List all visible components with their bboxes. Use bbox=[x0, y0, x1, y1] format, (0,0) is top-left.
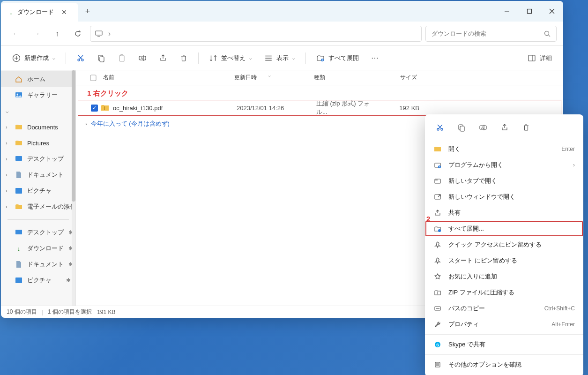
chevron-right-icon: › bbox=[573, 162, 575, 168]
file-checkbox[interactable]: ✓ bbox=[88, 105, 101, 112]
column-name[interactable]: 名前 bbox=[98, 74, 230, 82]
context-pin-start[interactable]: スタート にピン留めする bbox=[425, 253, 583, 269]
sidebar-item-email[interactable]: › 電子メールの添付 bbox=[1, 199, 75, 215]
tab-icon bbox=[433, 177, 442, 185]
new-tab-button[interactable]: + bbox=[78, 1, 97, 22]
cut-button[interactable] bbox=[434, 122, 446, 133]
column-type[interactable]: 種類 bbox=[309, 74, 380, 82]
sidebar-qa-download[interactable]: ↓ ダウンロード ✱ bbox=[1, 240, 75, 256]
copy-button[interactable] bbox=[92, 50, 110, 67]
sidebar-qa-desktop[interactable]: デスクトップ ✱ bbox=[1, 225, 75, 240]
sidebar-item-gallery[interactable]: ギャラリー bbox=[1, 87, 75, 103]
checkbox-column[interactable] bbox=[85, 75, 98, 81]
zip-folder-icon bbox=[101, 104, 110, 112]
context-more-options[interactable]: その他のオプションを確認 bbox=[425, 357, 583, 373]
sidebar-qa-picture[interactable]: ピクチャ ✱ bbox=[1, 272, 75, 288]
skype-icon: S bbox=[433, 340, 442, 349]
sidebar: ホーム ギャラリー ⌵ › Documents › Pictures › bbox=[1, 70, 76, 306]
rename-button[interactable]: A bbox=[134, 50, 151, 67]
refresh-button[interactable] bbox=[69, 25, 86, 42]
rename-button[interactable]: A bbox=[477, 122, 489, 133]
annotation-1: 1 右クリック bbox=[76, 85, 563, 100]
chevron-down-icon: ⌵ bbox=[249, 55, 252, 60]
close-tab-icon[interactable]: ✕ bbox=[59, 8, 70, 17]
context-share[interactable]: 共有 bbox=[425, 205, 583, 221]
delete-button[interactable] bbox=[175, 50, 193, 67]
share-button[interactable] bbox=[154, 50, 172, 67]
context-skype[interactable]: S Skype で共有 bbox=[425, 337, 583, 352]
context-favorite[interactable]: お気に入りに追加 bbox=[425, 269, 583, 285]
context-menu: A 開く Enter プログラムから開く › 新しいタブで開く 新しいウィンドウ… bbox=[425, 114, 583, 375]
sidebar-item-pictures[interactable]: › Pictures bbox=[1, 135, 75, 151]
chevron-right-icon: › bbox=[108, 30, 111, 38]
context-pin-quick[interactable]: クイック アクセスにピン留めする bbox=[425, 237, 583, 253]
status-item-count: 10 個の項目 bbox=[7, 308, 37, 316]
sort-indicator-icon: ⌵ bbox=[268, 73, 271, 78]
sidebar-item-documents[interactable]: › Documents bbox=[1, 119, 75, 135]
context-properties[interactable]: プロパティ Alt+Enter bbox=[425, 316, 583, 332]
svg-line-7 bbox=[549, 35, 551, 37]
pin-icon bbox=[433, 240, 442, 249]
column-size[interactable]: サイズ bbox=[380, 74, 422, 82]
forward-button[interactable]: → bbox=[28, 25, 45, 42]
file-name: oc_hiraki_t130.pdf bbox=[113, 105, 232, 112]
context-open[interactable]: 開く Enter bbox=[425, 141, 583, 157]
star-icon bbox=[433, 272, 442, 281]
document-icon bbox=[15, 171, 22, 179]
copy-icon bbox=[97, 54, 105, 62]
navigation-bar: ← → ↑ › ダウンロードの検索 bbox=[1, 22, 563, 46]
back-button[interactable]: ← bbox=[7, 25, 24, 42]
chevron-down-icon: ⌵ bbox=[52, 55, 55, 60]
zip-icon bbox=[433, 288, 442, 297]
sidebar-item-document-jp[interactable]: › ドキュメント bbox=[1, 167, 75, 183]
pin-icon: ✱ bbox=[66, 277, 71, 284]
folder-icon bbox=[15, 123, 22, 131]
browser-tab[interactable]: ↓ ダウンロード ✕ bbox=[1, 3, 78, 22]
sidebar-item-picture-jp[interactable]: › ピクチャ bbox=[1, 183, 75, 199]
svg-rect-1 bbox=[528, 9, 532, 14]
more-button[interactable]: ⋯ bbox=[366, 50, 383, 67]
sidebar-item-desktop[interactable]: › デスクトップ bbox=[1, 151, 75, 167]
sidebar-scrollbar[interactable] bbox=[72, 70, 75, 306]
context-open-window[interactable]: 新しいウィンドウで開く bbox=[425, 189, 583, 205]
extract-all-button[interactable]: すべて展開 bbox=[312, 50, 364, 67]
svg-point-29 bbox=[17, 94, 18, 95]
search-input[interactable]: ダウンロードの検索 bbox=[425, 26, 557, 42]
paste-button[interactable] bbox=[113, 50, 131, 67]
view-button[interactable]: 表示 ⌵ bbox=[260, 50, 300, 67]
open-with-icon bbox=[433, 161, 442, 169]
cut-button[interactable] bbox=[72, 50, 89, 67]
chevron-down-icon: ⌵ bbox=[6, 108, 9, 114]
context-copy-path[interactable]: パスのコピー Ctrl+Shift+C bbox=[425, 300, 583, 316]
details-pane-button[interactable]: 詳細 bbox=[523, 50, 557, 67]
file-type: 圧縮 (zip 形式) フォル... bbox=[312, 99, 382, 116]
context-compress[interactable]: ZIP ファイルに圧縮する bbox=[425, 285, 583, 300]
new-button[interactable]: 新規作成 ⌵ bbox=[7, 50, 60, 67]
svg-rect-48 bbox=[435, 179, 438, 180]
address-bar[interactable]: › bbox=[90, 26, 422, 42]
share-button[interactable] bbox=[499, 122, 510, 133]
chevron-down-icon: ⌵ bbox=[292, 55, 295, 60]
sort-button[interactable]: 並べ替え ⌵ bbox=[204, 50, 257, 67]
context-extract-all[interactable]: すべて展開... bbox=[425, 221, 583, 237]
context-open-with[interactable]: プログラムから開く › bbox=[425, 157, 583, 173]
sidebar-qa-document[interactable]: ドキュメント ✱ bbox=[1, 256, 75, 272]
picture-icon bbox=[15, 187, 22, 195]
close-window-button[interactable] bbox=[541, 1, 563, 22]
context-open-tab[interactable]: 新しいタブで開く bbox=[425, 173, 583, 189]
sidebar-item-blank[interactable]: ⌵ bbox=[1, 103, 75, 119]
column-date[interactable]: ⌵更新日時 bbox=[230, 74, 309, 82]
picture-icon bbox=[15, 277, 22, 284]
chevron-right-icon: › bbox=[6, 140, 7, 146]
up-button[interactable]: ↑ bbox=[49, 25, 66, 42]
delete-button[interactable] bbox=[521, 122, 532, 133]
folder-icon bbox=[15, 139, 22, 147]
copy-button[interactable] bbox=[456, 122, 467, 133]
maximize-button[interactable] bbox=[518, 1, 541, 22]
sidebar-item-home[interactable]: ホーム bbox=[1, 71, 75, 87]
monitor-icon bbox=[95, 30, 103, 38]
minimize-button[interactable] bbox=[496, 1, 518, 22]
file-row[interactable]: ✓ oc_hiraki_t130.pdf 2023/12/01 14:26 圧縮… bbox=[78, 100, 561, 116]
chevron-right-icon: › bbox=[6, 156, 7, 162]
share-icon bbox=[159, 54, 167, 62]
